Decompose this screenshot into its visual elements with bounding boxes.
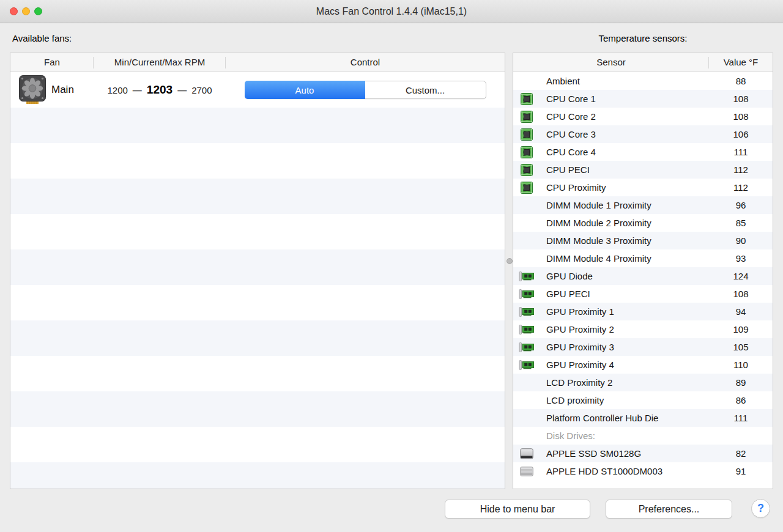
sensor-value: 96 (709, 200, 773, 210)
rpm-separator: — (133, 85, 142, 95)
sensor-name: GPU PECI (546, 289, 709, 299)
sensor-value: 112 (709, 182, 773, 193)
sensor-value: 88 (709, 76, 773, 86)
sensor-value: 105 (709, 342, 773, 352)
sensor-row[interactable]: CPU Core 2 108 (513, 108, 773, 125)
gpu-card-icon (519, 271, 535, 282)
sensor-name: CPU Core 2 (546, 111, 709, 122)
sensor-row[interactable]: LCD Proximity 2 89 (513, 374, 773, 391)
sensor-row[interactable]: GPU Proximity 2 109 (513, 320, 773, 338)
control-column-header: Control (226, 53, 505, 72)
hide-to-menu-bar-button[interactable]: Hide to menu bar (445, 500, 590, 519)
sensor-row[interactable]: APPLE SSD SM0128G 82 (513, 445, 773, 462)
sensor-row[interactable]: APPLE HDD ST1000DM003 91 (513, 462, 773, 480)
sensor-value: 82 (709, 448, 773, 459)
sensor-row[interactable]: CPU PECI 112 (513, 161, 773, 179)
sensor-name: GPU Proximity 1 (546, 306, 709, 317)
sensor-row[interactable]: GPU PECI 108 (513, 285, 773, 303)
sensor-value: 124 (709, 271, 773, 281)
sensor-value: 91 (709, 466, 773, 476)
sensor-name: APPLE HDD ST1000DM003 (546, 466, 709, 476)
fans-empty-area (10, 108, 505, 489)
fan-control-segmented: Auto Custom... (245, 81, 486, 99)
gpu-card-icon (519, 360, 535, 371)
sensor-name: CPU Proximity (546, 182, 709, 193)
fan-name: Main (51, 84, 74, 96)
cpu-chip-icon (519, 111, 535, 123)
sensor-column-header: Sensor (513, 53, 709, 72)
available-fans-label: Available fans: (12, 33, 72, 43)
sensor-row[interactable]: DIMM Module 4 Proximity 93 (513, 249, 773, 267)
sensor-row[interactable]: CPU Core 1 108 (513, 90, 773, 108)
sensor-name: CPU Core 3 (546, 129, 709, 139)
fan-column-header: Fan (10, 53, 94, 72)
sensor-row[interactable]: DIMM Module 3 Proximity 90 (513, 232, 773, 249)
auto-control-button[interactable]: Auto (245, 81, 365, 99)
sensor-value: 90 (709, 235, 773, 246)
sensor-name: DIMM Module 3 Proximity (546, 235, 709, 246)
sensor-row[interactable]: GPU Proximity 4 110 (513, 356, 773, 374)
fan-max-rpm: 2700 (191, 85, 212, 95)
fan-min-rpm: 1200 (107, 85, 127, 95)
cpu-chip-icon (519, 128, 535, 141)
sensor-row[interactable]: CPU Proximity 112 (513, 179, 773, 196)
panel-splitter-handle[interactable] (507, 258, 513, 264)
cpu-chip-icon (519, 164, 535, 176)
help-button[interactable]: ? (751, 499, 770, 518)
sensor-row[interactable]: DIMM Module 1 Proximity 96 (513, 196, 773, 214)
custom-control-button[interactable]: Custom... (365, 81, 486, 98)
sensor-value: 110 (709, 360, 773, 370)
fans-table-header: Fan Min/Current/Max RPM Control (10, 53, 505, 72)
gpu-card-icon (519, 324, 535, 335)
sensor-row[interactable]: Ambient 88 (513, 72, 773, 90)
fan-row[interactable]: Main 1200 — 1203 — 2700 Auto Custom... (10, 72, 505, 108)
sensor-name: CPU Core 4 (546, 147, 709, 157)
sensor-name: LCD Proximity 2 (546, 377, 709, 388)
sensor-row[interactable]: GPU Proximity 3 105 (513, 338, 773, 356)
sensor-row[interactable]: DIMM Module 2 Proximity 85 (513, 214, 773, 232)
fan-cell: Main (10, 75, 94, 105)
sensor-value: 108 (709, 94, 773, 104)
cpu-chip-icon (519, 182, 535, 194)
gpu-card-icon (519, 342, 535, 353)
sensors-panel: Sensor Value °F Ambient 88 CPU Core 1 10… (513, 53, 773, 489)
sensor-value: 85 (709, 218, 773, 228)
title-bar: Macs Fan Control 1.4.4 (iMac15,1) (0, 0, 783, 23)
gpu-card-icon (519, 306, 535, 317)
sensor-name: DIMM Module 2 Proximity (546, 218, 709, 228)
sensor-value: 108 (709, 289, 773, 299)
value-column-header: Value °F (709, 53, 773, 72)
rpm-separator: — (177, 85, 187, 95)
fan-icon (19, 75, 46, 105)
sensor-name: CPU PECI (546, 164, 709, 175)
sensor-row[interactable]: LCD proximity 86 (513, 391, 773, 409)
sensor-value: 93 (709, 253, 773, 264)
sensor-value: 111 (709, 413, 773, 423)
sensor-name: CPU Core 1 (546, 94, 709, 104)
sensor-value: 112 (709, 164, 773, 175)
sensor-row[interactable]: CPU Core 4 111 (513, 143, 773, 161)
sensor-row[interactable]: GPU Diode 124 (513, 267, 773, 285)
sensor-name: LCD proximity (546, 395, 709, 405)
gpu-card-icon (519, 289, 535, 300)
sensor-name: Ambient (546, 76, 709, 86)
sensor-name: DIMM Module 1 Proximity (546, 200, 709, 210)
disk-drives-section-row: Disk Drives: (513, 427, 773, 445)
rpm-column-header: Min/Current/Max RPM (94, 53, 226, 72)
section-label: Disk Drives: (546, 430, 709, 441)
fan-current-rpm: 1203 (147, 83, 173, 97)
hdd-drive-icon (519, 467, 535, 476)
cpu-chip-icon (519, 93, 535, 105)
sensor-row[interactable]: GPU Proximity 1 94 (513, 303, 773, 320)
cpu-chip-icon (519, 146, 535, 158)
fans-panel: Fan Min/Current/Max RPM Control Main 120… (10, 53, 505, 489)
sensors-table-header: Sensor Value °F (513, 53, 773, 72)
fan-rpm-cell: 1200 — 1203 — 2700 (94, 83, 226, 97)
sensor-row[interactable]: Platform Controller Hub Die 111 (513, 409, 773, 427)
preferences-button[interactable]: Preferences... (606, 500, 732, 519)
sensor-name: Platform Controller Hub Die (546, 413, 709, 423)
sensor-row[interactable]: CPU Core 3 106 (513, 125, 773, 143)
sensor-name: GPU Diode (546, 271, 709, 281)
temperature-sensors-label: Temperature sensors: (513, 33, 773, 43)
sensor-name: GPU Proximity 2 (546, 324, 709, 334)
